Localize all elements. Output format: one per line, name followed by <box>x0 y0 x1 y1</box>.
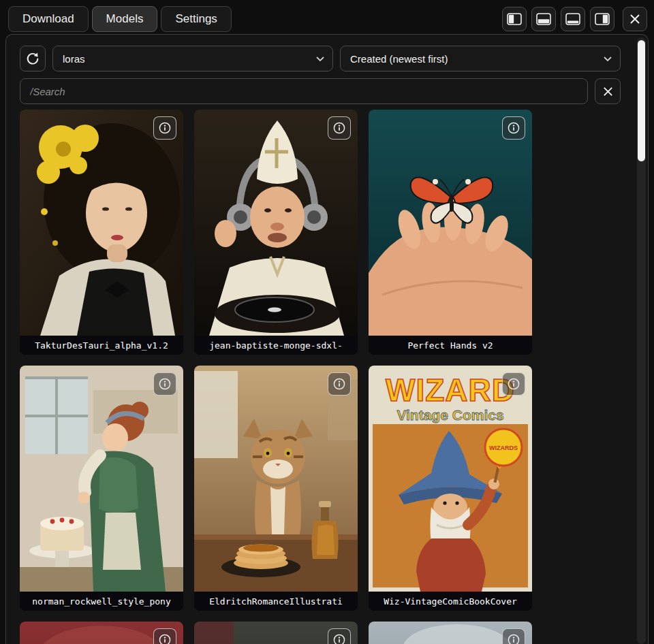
close-icon <box>629 14 640 25</box>
model-card-partial[interactable] <box>20 622 183 644</box>
thumbnail-kitchen-cake <box>20 366 183 592</box>
tab-download-label: Download <box>22 12 74 26</box>
tab-models-label: Models <box>106 12 144 26</box>
model-info-button[interactable] <box>153 116 176 140</box>
model-info-button[interactable] <box>328 116 351 140</box>
search-input[interactable] <box>20 78 588 104</box>
clear-search-button[interactable] <box>595 78 621 104</box>
model-info-button[interactable] <box>328 628 351 644</box>
model-card[interactable]: jean-baptiste-monge-sdxl- <box>194 110 358 355</box>
model-card[interactable]: TakturDesTauri_alpha_v1.2 <box>20 110 183 355</box>
info-icon <box>332 633 346 644</box>
info-icon <box>507 121 520 135</box>
scrollbar-thumb[interactable] <box>638 40 645 161</box>
refresh-icon <box>25 51 40 66</box>
category-dropdown[interactable]: loras <box>52 46 333 71</box>
chevron-down-icon <box>604 57 612 62</box>
tab-settings[interactable]: Settings <box>161 6 231 32</box>
split-left-icon <box>507 13 522 25</box>
info-icon <box>507 633 520 644</box>
tab-models[interactable]: Models <box>92 6 158 32</box>
layout-bottom-bar-button[interactable] <box>561 7 585 31</box>
tab-download[interactable]: Download <box>8 6 89 32</box>
info-icon <box>158 377 172 391</box>
thumbnail-pope-dj <box>194 110 358 336</box>
model-info-button[interactable] <box>502 628 525 644</box>
clear-icon <box>603 86 613 97</box>
model-name: Wiz-VintageComicBookCover <box>369 592 532 611</box>
model-info-button[interactable] <box>502 372 525 396</box>
comic-badge-text: WIZARDS <box>489 445 518 451</box>
tab-bar: Download Models Settings <box>8 6 232 32</box>
model-card-partial[interactable] <box>369 622 532 644</box>
info-icon <box>158 633 172 644</box>
title-bar: Download Models Settings <box>0 0 654 34</box>
sort-dropdown-value: Created (newest first) <box>350 53 448 65</box>
layout-split-right-button[interactable] <box>590 7 614 31</box>
model-info-button[interactable] <box>153 628 176 644</box>
panel-bottom-half-icon <box>536 13 551 25</box>
model-name: EldritchRomanceIllustrati <box>194 592 358 611</box>
sort-dropdown[interactable]: Created (newest first) <box>340 46 621 71</box>
model-info-button[interactable] <box>153 372 176 396</box>
comic-title-text: WIZARD <box>386 372 515 408</box>
window-controls <box>502 7 647 31</box>
model-card[interactable]: norman_rockwell_style_pony <box>20 366 183 611</box>
chevron-down-icon <box>316 57 324 62</box>
search-bar <box>6 78 648 104</box>
info-icon <box>507 377 520 391</box>
info-icon <box>332 121 346 135</box>
thumbnail-butterfly-hands <box>369 110 532 336</box>
comic-subtitle-text: Vintage Comics <box>396 407 503 423</box>
info-icon <box>158 121 172 135</box>
info-icon <box>332 377 346 391</box>
model-name: norman_rockwell_style_pony <box>20 592 183 611</box>
model-grid: TakturDesTauri_alpha_v1.2 <box>20 110 621 644</box>
panel-bottom-bar-icon <box>565 13 580 25</box>
model-card[interactable]: Perfect Hands v2 <box>369 110 532 355</box>
model-card-partial[interactable] <box>194 622 358 644</box>
close-button[interactable] <box>623 7 647 31</box>
thumbnail-woman-yellow-flower <box>20 110 183 336</box>
split-right-icon <box>595 13 610 25</box>
app-window: Download Models Settings <box>0 0 654 644</box>
model-info-button[interactable] <box>502 116 525 140</box>
model-info-button[interactable] <box>328 372 351 396</box>
layout-bottom-half-button[interactable] <box>531 7 556 31</box>
scrollbar-track[interactable] <box>637 37 646 644</box>
model-card[interactable]: WIZARDS WIZARD Vintage Comics Wiz-Vintag… <box>369 366 532 611</box>
model-name: Perfect Hands v2 <box>369 336 532 355</box>
layout-split-left-button[interactable] <box>502 7 527 31</box>
thumbnail-wizard-comic-cover: WIZARDS WIZARD Vintage Comics <box>369 366 532 592</box>
model-card[interactable]: EldritchRomanceIllustrati <box>194 366 358 611</box>
refresh-button[interactable] <box>20 46 46 71</box>
category-dropdown-value: loras <box>63 53 85 65</box>
tab-settings-label: Settings <box>175 12 217 26</box>
model-name: TakturDesTauri_alpha_v1.2 <box>20 336 183 355</box>
thumbnail-cat-pancakes <box>194 366 358 592</box>
toolbar: loras Created (newest first) <box>6 46 648 71</box>
model-name: jean-baptiste-monge-sdxl- <box>194 336 358 355</box>
models-panel: loras Created (newest first) <box>5 34 649 644</box>
